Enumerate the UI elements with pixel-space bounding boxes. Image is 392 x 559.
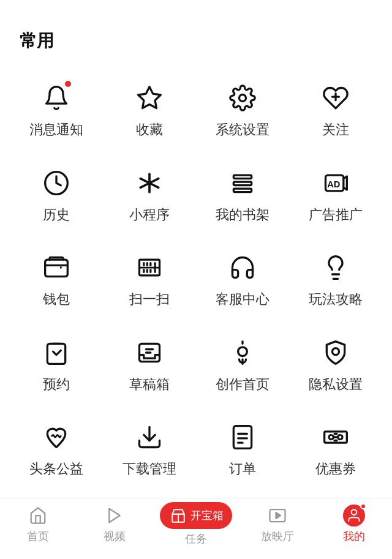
- svg-rect-8: [233, 175, 251, 179]
- menu-privacy[interactable]: 隐私设置: [296, 328, 375, 401]
- coupon-label: 优惠券: [315, 460, 356, 478]
- kaibao-label: 开宝箱: [190, 508, 224, 523]
- scan-label: 扫一扫: [129, 291, 170, 309]
- menu-gameplay[interactable]: 玩法攻略: [296, 243, 375, 316]
- page-title: 常用: [0, 0, 392, 62]
- grid-row-1: 消息通知 收藏 系统设置 关注: [10, 67, 382, 152]
- menu-coupon[interactable]: 优惠券: [296, 413, 375, 486]
- menu-charity[interactable]: 头条公益: [17, 413, 96, 486]
- nav-cinema-label: 放映厅: [261, 529, 294, 544]
- coupon-icon: [318, 420, 353, 454]
- menu-notification[interactable]: 消息通知: [17, 73, 96, 146]
- svg-marker-45: [109, 508, 120, 522]
- follow-label: 关注: [322, 121, 349, 139]
- wallet-label: 钱包: [43, 291, 70, 309]
- privacy-label: 隐私设置: [309, 376, 363, 394]
- svg-rect-34: [233, 426, 251, 449]
- notification-badge: [65, 81, 71, 87]
- grid-row-4: 预约 草稿箱 创作首页 隐私设置: [10, 322, 382, 407]
- grid-row-2: 历史 小程序 我的书架: [10, 152, 382, 238]
- gear-icon: [225, 81, 260, 115]
- box-icon: [168, 506, 188, 525]
- nav-home[interactable]: 首页: [7, 505, 69, 544]
- svg-marker-0: [138, 87, 161, 108]
- heart-plus-icon: [318, 81, 353, 115]
- svg-rect-9: [233, 182, 251, 186]
- svg-text:AD: AD: [327, 179, 340, 189]
- menu-history[interactable]: 历史: [17, 159, 96, 231]
- scan-icon: [132, 250, 167, 285]
- menu-miniapp[interactable]: 小程序: [110, 159, 189, 231]
- favorites-label: 收藏: [136, 121, 163, 139]
- grid-row-3: 钱包 扫一扫 客服中心: [10, 237, 382, 322]
- ad-icon: AD: [318, 166, 353, 200]
- document-icon: [225, 420, 260, 454]
- avatar-badge: [360, 503, 366, 509]
- advert-label: 广告推广: [309, 206, 363, 224]
- bottom-nav: 首页 视频 开宝箱 任务 放映厅 我的: [0, 498, 392, 559]
- menu-advert[interactable]: AD 广告推广: [296, 159, 375, 231]
- bookshelf-label: 我的书架: [216, 206, 270, 224]
- menu-follow[interactable]: 关注: [296, 73, 375, 146]
- reservation-label: 预约: [43, 376, 70, 394]
- menu-orders[interactable]: 订单: [203, 413, 282, 486]
- asterisk-icon: [132, 166, 167, 200]
- svg-point-51: [351, 509, 356, 515]
- menu-grid: 消息通知 收藏 系统设置 关注 历史: [0, 62, 392, 559]
- svg-point-29: [238, 347, 247, 356]
- nav-video[interactable]: 视频: [84, 505, 145, 544]
- nav-cinema[interactable]: 放映厅: [247, 505, 308, 544]
- bookshelf-icon: [225, 166, 260, 200]
- grid-row-5: 头条公益 下载管理 订单: [10, 407, 382, 492]
- menu-bookshelf[interactable]: 我的书架: [203, 159, 282, 231]
- home-icon: [27, 505, 49, 527]
- menu-drafts[interactable]: 草稿箱: [110, 328, 189, 401]
- svg-point-40: [338, 435, 342, 440]
- svg-rect-10: [233, 189, 251, 192]
- nav-task[interactable]: 开宝箱 任务: [160, 502, 232, 546]
- notification-label: 消息通知: [29, 121, 83, 139]
- charity-icon: [39, 420, 74, 454]
- headset-icon: [225, 250, 260, 285]
- menu-favorites[interactable]: 收藏: [110, 73, 189, 146]
- menu-download[interactable]: 下载管理: [110, 413, 189, 486]
- clock-icon: [39, 166, 74, 200]
- charity-label: 头条公益: [29, 460, 83, 478]
- inbox-icon: [132, 336, 167, 370]
- cinema-icon: [266, 505, 288, 527]
- star-icon: [132, 81, 167, 115]
- svg-marker-50: [276, 512, 281, 519]
- svg-point-39: [329, 435, 333, 440]
- menu-scan[interactable]: 扫一扫: [110, 243, 189, 316]
- shield-icon: [318, 336, 353, 370]
- bulb-icon: [318, 250, 353, 285]
- menu-creation[interactable]: 创作首页: [203, 328, 282, 401]
- svg-point-32: [333, 348, 339, 355]
- download-label: 下载管理: [123, 460, 176, 478]
- svg-point-1: [239, 95, 246, 102]
- wallet-icon: [39, 250, 74, 285]
- avatar: [343, 505, 365, 527]
- bell-icon: [39, 81, 74, 115]
- creation-icon: [225, 336, 260, 370]
- nav-mine-label: 我的: [343, 529, 365, 544]
- settings-label: 系统设置: [216, 121, 270, 139]
- kaibao-button[interactable]: 开宝箱: [160, 502, 232, 529]
- menu-service[interactable]: 客服中心: [203, 243, 282, 316]
- nav-home-label: 首页: [27, 529, 49, 544]
- menu-wallet[interactable]: 钱包: [17, 243, 96, 316]
- service-label: 客服中心: [216, 291, 270, 309]
- creation-label: 创作首页: [216, 376, 270, 394]
- clipboard-icon: [39, 336, 74, 370]
- history-label: 历史: [43, 206, 70, 224]
- nav-task-label: 任务: [185, 531, 207, 546]
- menu-settings[interactable]: 系统设置: [203, 73, 282, 146]
- orders-label: 订单: [229, 460, 256, 478]
- drafts-label: 草稿箱: [129, 376, 170, 394]
- gameplay-label: 玩法攻略: [309, 291, 363, 309]
- menu-reservation[interactable]: 预约: [17, 328, 96, 401]
- nav-mine[interactable]: 我的: [323, 505, 385, 544]
- play-icon: [104, 505, 126, 527]
- svg-rect-13: [45, 260, 68, 277]
- download-icon: [132, 420, 167, 454]
